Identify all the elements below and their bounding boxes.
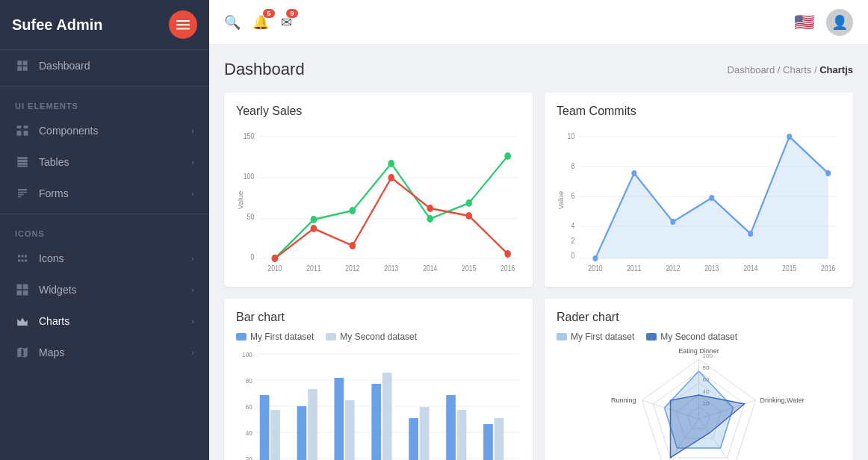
svg-text:Running: Running — [611, 397, 636, 404]
bar-chart-card: Bar chart My First dataset My Second dat… — [224, 299, 533, 460]
sidebar-item-charts[interactable]: Charts › — [0, 305, 209, 337]
svg-text:40: 40 — [246, 429, 252, 437]
sidebar-item-tables[interactable]: Tables › — [0, 146, 209, 178]
chevron-right-icon: › — [191, 158, 194, 167]
svg-text:Value: Value — [557, 191, 564, 210]
chevron-right-icon: › — [191, 126, 194, 135]
svg-point-34 — [427, 205, 433, 212]
svg-point-57 — [592, 255, 598, 261]
components-icon — [15, 123, 30, 138]
radar-legend-item-2: My Second dataset — [646, 332, 737, 342]
team-commits-chart: 10 8 6 4 2 0 Value 2010 — [557, 125, 841, 275]
legend-color-1 — [236, 333, 247, 341]
dashboard-icon — [15, 58, 30, 73]
svg-rect-85 — [420, 407, 430, 460]
sidebar-item-label: Tables — [39, 156, 191, 168]
svg-text:2012: 2012 — [345, 264, 359, 273]
icons-icon — [15, 251, 30, 266]
svg-text:100: 100 — [244, 172, 254, 181]
sidebar-item-label: Dashboard — [39, 60, 194, 72]
menu-toggle-button[interactable] — [169, 10, 197, 39]
svg-rect-81 — [345, 400, 355, 460]
topbar: 🔍 🔔 5 ✉ 9 🇺🇸 👤 — [209, 0, 868, 45]
svg-point-33 — [388, 174, 394, 181]
sidebar-item-icons[interactable]: Icons › — [0, 243, 209, 274]
search-icon[interactable]: 🔍 — [224, 14, 241, 31]
chevron-right-icon: › — [191, 285, 194, 294]
svg-point-25 — [350, 207, 356, 214]
charts-icon — [15, 314, 30, 329]
user-avatar[interactable]: 👤 — [826, 9, 853, 36]
radar-legend-item-1: My First dataset — [557, 332, 634, 342]
svg-text:Value: Value — [237, 191, 244, 210]
svg-text:Eating Dinner: Eating Dinner — [678, 348, 719, 355]
svg-text:50: 50 — [247, 213, 255, 221]
svg-text:100: 100 — [242, 351, 252, 358]
svg-rect-86 — [446, 395, 456, 460]
sidebar-section-icons: ICONS — [0, 219, 209, 243]
page-title: Dashboard — [224, 60, 305, 79]
radar-chart-title: Rader chart — [557, 311, 841, 324]
svg-rect-84 — [409, 418, 418, 460]
mail-button[interactable]: ✉ 9 — [281, 14, 292, 31]
widgets-icon — [15, 282, 30, 297]
sidebar-item-label: Maps — [39, 346, 191, 358]
sidebar-item-forms[interactable]: Forms › — [0, 178, 209, 209]
svg-rect-79 — [308, 389, 317, 460]
svg-rect-0 — [176, 20, 190, 22]
chevron-right-icon: › — [191, 317, 194, 326]
legend-item-1: My First dataset — [236, 332, 314, 342]
svg-point-29 — [504, 152, 511, 160]
svg-text:2011: 2011 — [627, 264, 641, 273]
bar-chart-title: Bar chart — [236, 311, 521, 324]
svg-point-30 — [272, 255, 279, 262]
svg-point-35 — [465, 212, 472, 220]
legend-item-2: My Second dataset — [326, 332, 417, 342]
svg-rect-78 — [297, 406, 307, 460]
svg-rect-82 — [371, 384, 381, 460]
svg-point-61 — [748, 231, 753, 237]
svg-text:2011: 2011 — [306, 264, 320, 273]
sidebar-item-components[interactable]: Components › — [0, 115, 209, 146]
legend-label-2: My Second dataset — [340, 332, 417, 342]
svg-point-60 — [709, 195, 714, 201]
svg-text:Drinking,Water: Drinking,Water — [760, 397, 805, 404]
svg-rect-2 — [176, 28, 190, 30]
sidebar-item-widgets[interactable]: Widgets › — [0, 274, 209, 305]
sidebar-item-label: Components — [39, 125, 191, 137]
svg-rect-80 — [335, 378, 344, 460]
svg-point-24 — [311, 216, 317, 223]
svg-text:2013: 2013 — [704, 264, 719, 273]
svg-rect-88 — [483, 424, 493, 460]
yearly-sales-card: Yearly Sales 150 100 50 0 Value — [224, 93, 533, 287]
sidebar-item-label: Icons — [39, 252, 191, 264]
sidebar-item-maps[interactable]: Maps › — [0, 337, 209, 368]
svg-rect-76 — [260, 395, 270, 460]
svg-text:80: 80 — [246, 377, 252, 385]
notifications-button[interactable]: 🔔 5 — [252, 14, 269, 31]
svg-text:2012: 2012 — [666, 264, 680, 273]
svg-rect-4 — [24, 125, 28, 128]
sidebar-header: Sufee Admin — [0, 0, 209, 50]
sidebar-item-dashboard[interactable]: Dashboard — [0, 50, 209, 81]
svg-text:2014: 2014 — [743, 264, 757, 273]
maps-icon — [15, 345, 30, 360]
bell-badge: 5 — [263, 9, 275, 18]
svg-point-28 — [465, 199, 472, 207]
chevron-right-icon: › — [191, 189, 194, 198]
team-commits-title: Team Commits — [557, 105, 841, 118]
forms-icon — [15, 186, 30, 201]
content-header: Dashboard Dashboard / Charts / Chartjs — [224, 60, 853, 79]
svg-text:2010: 2010 — [588, 264, 602, 273]
svg-rect-87 — [457, 410, 467, 460]
svg-text:2: 2 — [571, 237, 574, 245]
language-selector[interactable]: 🇺🇸 — [794, 13, 814, 32]
svg-text:6: 6 — [571, 192, 574, 200]
svg-text:2016: 2016 — [500, 264, 515, 273]
svg-rect-6 — [24, 131, 28, 136]
svg-point-63 — [825, 170, 831, 176]
svg-text:2014: 2014 — [423, 264, 437, 273]
svg-text:80: 80 — [703, 364, 710, 371]
svg-point-31 — [311, 225, 317, 232]
svg-text:0: 0 — [571, 252, 574, 260]
